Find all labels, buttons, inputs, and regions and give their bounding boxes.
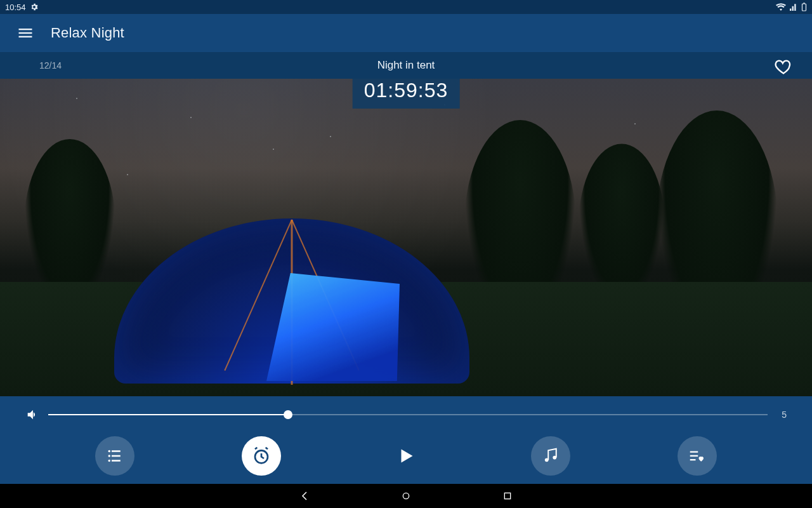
nav-home-icon	[401, 491, 411, 501]
svg-rect-6	[112, 450, 121, 452]
track-artwork[interactable]: 01:59:53	[0, 79, 812, 396]
svg-rect-0	[802, 4, 806, 11]
svg-point-13	[553, 456, 556, 460]
wifi-icon	[776, 3, 786, 11]
app-title: Relax Night	[51, 25, 124, 41]
favorite-button[interactable]	[773, 56, 794, 77]
svg-rect-15	[690, 455, 698, 457]
battery-icon	[801, 3, 807, 11]
svg-rect-2	[19, 29, 32, 30]
svg-rect-4	[19, 36, 32, 37]
svg-rect-3	[19, 32, 32, 34]
svg-point-17	[403, 493, 409, 498]
alarm-clock-icon	[251, 446, 272, 466]
playlist-heart-icon	[688, 446, 707, 465]
sound-list-button[interactable]	[95, 436, 134, 476]
svg-rect-18	[504, 493, 510, 498]
nav-recent-button[interactable]	[498, 486, 517, 505]
track-title: Night in tent	[377, 59, 435, 72]
svg-point-12	[545, 458, 549, 462]
status-time: 10:54	[5, 3, 26, 12]
favorites-list-button[interactable]	[678, 436, 717, 476]
system-nav-bar	[0, 484, 812, 508]
heart-outline-icon	[775, 58, 792, 76]
nav-recent-icon	[502, 491, 513, 501]
signal-icon	[790, 3, 797, 11]
svg-rect-8	[112, 455, 121, 457]
player-controls: 5	[0, 396, 812, 484]
volume-icon[interactable]	[25, 408, 39, 422]
music-note-icon	[541, 446, 560, 465]
play-button[interactable]	[388, 438, 424, 474]
menu-icon[interactable]	[16, 24, 34, 42]
svg-point-5	[108, 450, 111, 453]
svg-point-9	[108, 460, 111, 462]
play-icon	[395, 444, 417, 467]
track-info-strip: 12/14 Night in tent	[0, 52, 812, 79]
tent-graphic	[114, 218, 469, 384]
gear-icon	[30, 3, 39, 11]
volume-value: 5	[776, 410, 787, 420]
nav-back-icon	[299, 490, 310, 502]
sleep-timer-display: 01:59:53	[353, 79, 460, 109]
status-bar: 10:54	[0, 0, 812, 14]
app-bar: Relax Night	[0, 14, 812, 52]
track-counter: 12/14	[39, 60, 62, 70]
volume-slider[interactable]	[48, 407, 768, 422]
nav-back-button[interactable]	[295, 486, 314, 505]
svg-rect-1	[803, 3, 804, 4]
svg-rect-10	[112, 460, 121, 462]
svg-point-7	[108, 455, 111, 457]
svg-rect-14	[690, 451, 698, 453]
svg-rect-16	[690, 459, 696, 460]
list-icon	[105, 446, 124, 465]
music-button[interactable]	[531, 436, 570, 476]
nav-home-button[interactable]	[396, 486, 416, 505]
timer-button[interactable]	[242, 436, 281, 476]
